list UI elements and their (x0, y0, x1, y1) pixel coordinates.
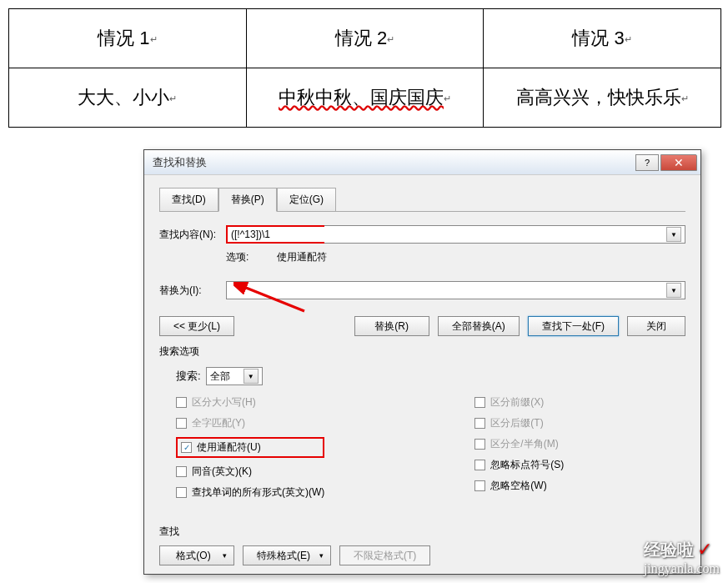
checkbox-icon (474, 397, 485, 408)
option-value: 使用通配符 (277, 250, 327, 264)
paragraph-mark-icon: ↵ (681, 93, 689, 103)
paragraph-mark-icon: ↵ (150, 34, 158, 44)
checkbox-item[interactable]: 使用通配符(U) (181, 440, 261, 455)
dialog-titlebar[interactable]: 查找和替换 ? ✕ (144, 150, 700, 175)
search-direction-label: 搜索: (176, 369, 201, 384)
data-cell: 高高兴兴，快快乐乐↵ (484, 68, 721, 128)
tab-replace[interactable]: 替换(P) (218, 188, 277, 212)
table-row: 大大、小小↵ 中秋中秋、国庆国庆↵ 高高兴兴，快快乐乐↵ (9, 68, 721, 128)
dropdown-arrow-icon[interactable]: ▼ (666, 283, 681, 298)
checkbox-icon (176, 466, 187, 477)
checkbox-item: 区分前缀(X) (474, 395, 564, 410)
no-format-button: 不限定格式(T) (339, 545, 430, 565)
special-format-button[interactable]: 特殊格式(E) (243, 545, 331, 565)
checkbox-label: 区分后缀(T) (490, 416, 543, 430)
paragraph-mark-icon: ↵ (387, 34, 394, 44)
data-cell: 中秋中秋、国庆国庆↵ (246, 68, 484, 128)
less-button[interactable]: << 更少(L) (159, 316, 234, 336)
replace-button[interactable]: 替换(R) (354, 316, 429, 336)
find-next-button[interactable]: 查找下一处(F) (528, 316, 619, 336)
option-label: 选项: (226, 251, 249, 263)
close-dialog-button[interactable]: 关闭 (627, 316, 685, 336)
paragraph-mark-icon: ↵ (625, 34, 632, 44)
dropdown-arrow-icon[interactable]: ▼ (244, 369, 259, 384)
find-label: 查找内容(N): (159, 228, 226, 242)
checkbox-item[interactable]: 忽略空格(W) (474, 479, 564, 493)
header-cell: 情况 2↵ (246, 9, 484, 68)
search-direction-dropdown[interactable]: 全部 ▼ (206, 367, 263, 385)
checkbox-label: 忽略标点符号(S) (490, 458, 564, 472)
checkbox-icon (181, 442, 192, 453)
checkbox-label: 同音(英文)(K) (192, 465, 252, 479)
help-button[interactable]: ? (635, 154, 659, 171)
checkbox-label: 区分前缀(X) (490, 395, 544, 410)
checkbox-icon (176, 397, 187, 408)
dropdown-arrow-icon[interactable]: ▼ (666, 227, 681, 242)
close-button[interactable]: ✕ (660, 154, 697, 171)
tab-goto[interactable]: 定位(G) (277, 188, 336, 212)
document-table: 情况 1↵ 情况 2↵ 情况 3↵ 大大、小小↵ 中秋中秋、国庆国庆↵ 高高兴兴… (8, 8, 721, 128)
table-row: 情况 1↵ 情况 2↵ 情况 3↵ (9, 9, 721, 68)
dialog-title: 查找和替换 (153, 155, 634, 170)
dialog-tabs: 查找(D) 替换(P) 定位(G) (159, 187, 685, 212)
format-button[interactable]: 格式(O) (159, 545, 234, 565)
checkbox-label: 查找单词的所有形式(英文)(W) (192, 485, 324, 500)
checkbox-icon (474, 460, 485, 470)
checkbox-label: 区分大小写(H) (192, 395, 256, 410)
replace-label: 替换为(I): (159, 284, 226, 298)
tab-find[interactable]: 查找(D) (159, 188, 218, 212)
search-options-label: 搜索选项 (159, 344, 685, 359)
checkbox-icon (176, 487, 187, 498)
checkbox-label: 区分全/半角(M) (490, 437, 558, 451)
checkbox-item[interactable]: 忽略标点符号(S) (474, 458, 564, 472)
checkbox-label: 全字匹配(Y) (192, 416, 245, 430)
checkbox-item: 区分大小写(H) (176, 395, 324, 410)
checkbox-icon (474, 439, 485, 450)
checkbox-item[interactable]: 同音(英文)(K) (176, 465, 324, 479)
checkbox-item: 区分后缀(T) (474, 416, 564, 430)
checkbox-icon (474, 418, 485, 429)
find-input-extend[interactable]: ▼ (324, 225, 685, 244)
data-cell: 大大、小小↵ (9, 68, 247, 128)
checkbox-label: 使用通配符(U) (197, 440, 261, 455)
checkbox-label: 忽略空格(W) (490, 479, 546, 493)
checkbox-icon (474, 480, 485, 491)
checkbox-item: 区分全/半角(M) (474, 437, 564, 451)
header-cell: 情况 1↵ (9, 9, 247, 68)
checkbox-item: 全字匹配(Y) (176, 416, 324, 430)
checkbox-item[interactable]: 查找单词的所有形式(英文)(W) (176, 485, 324, 500)
checkbox-icon (176, 418, 187, 429)
find-replace-dialog: 查找和替换 ? ✕ 查找(D) 替换(P) 定位(G) 查找内容(N): ▼ 选… (143, 149, 701, 575)
replace-all-button[interactable]: 全部替换(A) (438, 316, 520, 336)
replace-input[interactable] (230, 284, 666, 296)
find-input-combo[interactable] (226, 225, 326, 244)
paragraph-mark-icon: ↵ (444, 93, 451, 103)
header-cell: 情况 3↵ (484, 9, 721, 68)
replace-input-combo[interactable]: ▼ (226, 281, 685, 299)
find-section-label: 查找 (159, 525, 685, 539)
paragraph-mark-icon: ↵ (169, 93, 177, 103)
